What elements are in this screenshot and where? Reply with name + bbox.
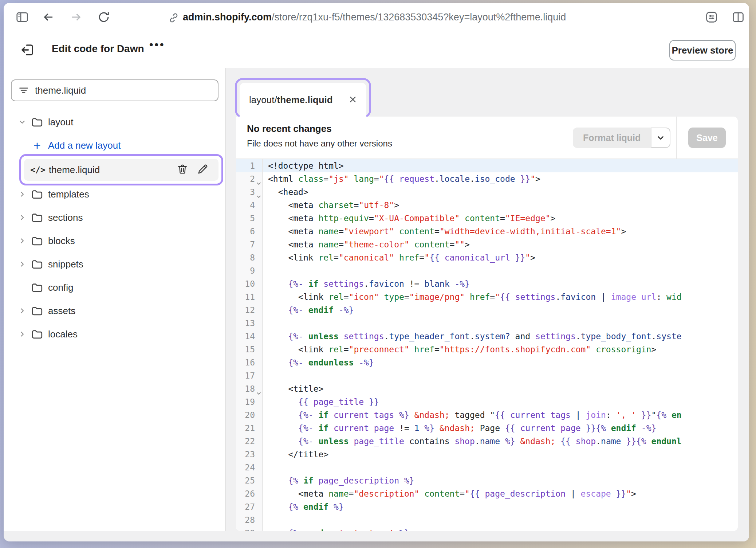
code-text (263, 369, 738, 382)
reload-icon[interactable] (97, 10, 111, 24)
code-line[interactable]: 17 (236, 369, 738, 382)
app-header: Edit code for Dawn ••• Preview store (4, 31, 749, 68)
code-line[interactable]: 13 (236, 317, 738, 330)
sidebar-item-snippets[interactable]: snippets (4, 254, 225, 274)
chevron-right-icon[interactable] (17, 190, 27, 199)
line-number: 7 (236, 238, 263, 251)
line-number: 20 (236, 408, 263, 422)
chevron-right-icon[interactable] (17, 260, 27, 269)
exit-editor-icon[interactable] (20, 42, 35, 59)
sidebar-item-sections[interactable]: sections (4, 208, 225, 227)
chevron-right-icon[interactable] (17, 306, 27, 315)
code-line[interactable]: 5 <meta http-equiv="X-UA-Compatible" con… (236, 212, 738, 225)
sidebar-item-locales[interactable]: locales (4, 324, 225, 344)
tab-theme-liquid[interactable]: layout/theme.liquid (240, 83, 366, 117)
line-number: 10 (236, 277, 263, 290)
trash-icon[interactable] (176, 163, 189, 177)
code-line[interactable]: 29 {% render 'meta-tags' %} (236, 527, 738, 531)
sidebar-item-layout[interactable]: layout (4, 112, 225, 132)
line-number: 14 (236, 330, 263, 343)
folder-icon (30, 258, 44, 271)
code-line[interactable]: 26 <meta name="description" content="{{ … (236, 487, 738, 500)
code-line[interactable]: 28 (236, 513, 738, 527)
close-tab-icon[interactable] (348, 95, 358, 106)
back-icon[interactable] (42, 10, 55, 24)
code-line[interactable]: 2<html class="js" lang="{{ request.local… (236, 172, 738, 185)
code-text: {%- if current_page != 1 %} &ndash; Page… (263, 422, 738, 435)
file-search-input[interactable] (34, 85, 196, 97)
sidebar-item-blocks[interactable]: blocks (4, 231, 225, 251)
code-line[interactable]: 18 <title> (236, 382, 738, 395)
sidebar-item-assets[interactable]: assets (4, 301, 225, 321)
code-line[interactable]: 19 {{ page_title }} (236, 395, 738, 408)
chevron-right-icon[interactable] (17, 330, 27, 338)
code-file-icon: </> (31, 165, 45, 175)
sidebar-item-config[interactable]: config (4, 278, 225, 297)
save-button[interactable]: Save (688, 128, 726, 148)
code-line[interactable]: 27 {% endif %} (236, 500, 738, 513)
sidebar-toggle-icon[interactable] (15, 10, 29, 24)
tab-label: layout/theme.liquid (249, 94, 333, 106)
code-text: <link rel="canonical" href="{{ canonical… (263, 251, 738, 264)
code-line[interactable]: 14 {%- unless settings.type_header_font.… (236, 330, 738, 343)
action-add-a-new-layout[interactable]: +Add a new layout (4, 136, 225, 155)
file-item-theme-liquid[interactable]: </>theme.liquid (24, 159, 218, 181)
code-text (263, 461, 738, 474)
code-line[interactable]: 12 {%- endif -%} (236, 304, 738, 317)
code-text: {% endif %} (263, 500, 738, 513)
folder-icon (30, 304, 44, 317)
chevron-down-icon[interactable] (17, 118, 27, 126)
line-number: 1 (236, 159, 263, 172)
code-line[interactable]: 6 <meta name="viewport" content="width=d… (236, 225, 738, 238)
code-editor[interactable]: 1<!doctype html>2<html class="js" lang="… (236, 159, 738, 531)
split-view-icon[interactable] (731, 10, 745, 24)
code-line[interactable]: 24 (236, 461, 738, 474)
forward-icon[interactable] (69, 10, 83, 24)
format-liquid-button[interactable]: Format liquid (573, 128, 651, 148)
chevron-right-icon[interactable] (17, 236, 27, 245)
folder-icon (30, 234, 44, 247)
code-text: {%- endunless -%} (263, 356, 738, 369)
page-title: Edit code for Dawn (52, 43, 144, 55)
code-text: {%- unless page_title contains shop.name… (263, 435, 738, 448)
code-text (263, 317, 738, 330)
plus-icon: + (30, 140, 44, 151)
code-line[interactable]: 9 (236, 264, 738, 277)
code-line[interactable]: 16 {%- endunless -%} (236, 356, 738, 369)
url-host: admin.shopify.com (183, 12, 272, 23)
code-line[interactable]: 10 {%- if settings.favicon != blank -%} (236, 277, 738, 290)
more-actions-icon[interactable]: ••• (149, 39, 165, 51)
code-line[interactable]: 23 </title> (236, 448, 738, 461)
line-number: 18 (236, 382, 263, 395)
code-line[interactable]: 1<!doctype html> (236, 159, 738, 172)
line-number: 9 (236, 264, 263, 277)
code-line[interactable]: 11 <link rel="icon" type="image/png" hre… (236, 290, 738, 304)
tune-icon[interactable] (705, 10, 718, 24)
code-line[interactable]: 22 {%- unless page_title contains shop.n… (236, 435, 738, 448)
editor-area: layout/theme.liquid No recent changes Fi… (226, 68, 749, 541)
code-line[interactable]: 21 {%- if current_page != 1 %} &ndash; P… (236, 422, 738, 435)
status-subtitle: File does not have any other versions (247, 138, 392, 149)
line-number: 27 (236, 500, 263, 513)
line-number: 17 (236, 369, 263, 382)
code-text: {%- if current_tags %} &ndash; tagged "{… (263, 408, 738, 422)
code-line[interactable]: 15 <link rel="preconnect" href="https://… (236, 343, 738, 356)
address-bar[interactable]: admin.shopify.com/store/rzq1xu-f5/themes… (183, 12, 566, 23)
code-line[interactable]: 8 <link rel="canonical" href="{{ canonic… (236, 251, 738, 264)
code-line[interactable]: 3 <head> (236, 185, 738, 199)
code-text: <head> (263, 185, 738, 199)
code-line[interactable]: 25 {% if page_description %} (236, 474, 738, 487)
code-line[interactable]: 4 <meta charset="utf-8"> (236, 199, 738, 212)
code-text: <meta charset="utf-8"> (263, 199, 738, 212)
tree-item-label: assets (48, 305, 75, 317)
chevron-right-icon[interactable] (17, 213, 27, 222)
pencil-icon[interactable] (197, 163, 209, 177)
status-title: No recent changes (247, 123, 332, 134)
file-search[interactable] (11, 79, 218, 101)
format-options-button[interactable] (651, 128, 670, 148)
preview-store-button[interactable]: Preview store (669, 40, 736, 60)
code-line[interactable]: 7 <meta name="theme-color" content=""> (236, 238, 738, 251)
line-number: 13 (236, 317, 263, 330)
code-line[interactable]: 20 {%- if current_tags %} &ndash; tagged… (236, 408, 738, 422)
sidebar-item-templates[interactable]: templates (4, 184, 225, 204)
